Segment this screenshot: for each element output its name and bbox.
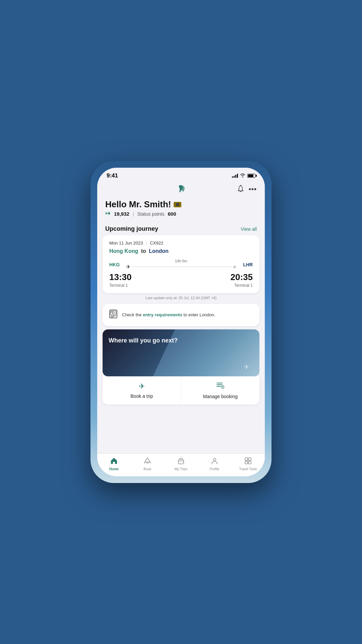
departure-block: 13:30 Terminal 1 bbox=[109, 272, 132, 288]
origin-terminal: Terminal 1 bbox=[109, 283, 132, 288]
promo-text: Where will you go next? bbox=[109, 337, 178, 344]
flight-progress: HKG 14h 0m ✈ LHR bbox=[109, 259, 253, 270]
svg-rect-18 bbox=[248, 458, 251, 461]
flight-meta: Mon 11 Jun 2023 CX922 bbox=[109, 240, 253, 246]
status-value: 600 bbox=[168, 211, 176, 217]
app-header: ••• bbox=[97, 181, 265, 196]
entry-req-text: Check the entry requirements to enter Lo… bbox=[122, 312, 215, 318]
flight-divider bbox=[146, 241, 146, 246]
flight-card[interactable]: Mon 11 Jun 2023 CX922 Hong Kong to Londo… bbox=[103, 235, 259, 293]
nav-label-travel-tools: Travel Tools bbox=[239, 467, 257, 471]
action-buttons: ✈ Book a trip Manage boo bbox=[103, 376, 259, 405]
promo-banner: Where will you go next? ✈ bbox=[103, 329, 259, 376]
section-header: Upcoming journey View all bbox=[97, 221, 265, 235]
more-options-icon[interactable]: ••• bbox=[249, 185, 257, 193]
bottom-nav: Home Book bbox=[97, 453, 265, 476]
greeting-section: Hello Mr. Smith! ⬛ 19,932 | Status point… bbox=[97, 196, 265, 221]
svg-rect-20 bbox=[248, 461, 251, 464]
manage-booking-icon bbox=[216, 382, 224, 391]
status-bar: 9:41 bbox=[97, 168, 265, 181]
flight-times: 13:30 Terminal 1 20:35 Terminal 1 bbox=[109, 272, 253, 288]
svg-point-16 bbox=[213, 458, 216, 461]
section-title: Upcoming journey bbox=[105, 225, 158, 232]
svg-rect-6 bbox=[111, 311, 113, 312]
points-divider: | bbox=[133, 211, 134, 217]
header-actions: ••• bbox=[237, 185, 257, 194]
nav-item-book[interactable]: Book bbox=[137, 457, 158, 471]
progress-bar: 14h 0m ✈ bbox=[126, 259, 236, 270]
greeting-text: Hello Mr. Smith! bbox=[105, 199, 171, 210]
book-trip-button[interactable]: ✈ Book a trip bbox=[103, 376, 181, 405]
arrival-block: 20:35 Terminal 1 bbox=[231, 272, 253, 288]
profile-icon bbox=[211, 457, 218, 466]
nav-label-profile: Profile bbox=[210, 467, 219, 471]
my-trips-icon bbox=[177, 457, 185, 466]
track-dot bbox=[233, 266, 236, 268]
book-trip-icon: ✈ bbox=[139, 382, 145, 391]
route-arrow: to bbox=[141, 248, 148, 254]
duration-label: 14h 0m bbox=[175, 259, 187, 263]
svg-rect-19 bbox=[245, 461, 248, 464]
battery-icon bbox=[247, 174, 255, 178]
wifi-icon bbox=[240, 173, 245, 178]
dest-terminal: Terminal 1 bbox=[231, 283, 253, 288]
scroll-content: Hello Mr. Smith! ⬛ 19,932 | Status point… bbox=[97, 196, 265, 453]
passport-icon bbox=[109, 309, 118, 321]
promo-plane-icon: ✈ bbox=[244, 363, 249, 371]
flight-route: Hong Kong to London bbox=[109, 248, 253, 254]
nav-item-home[interactable]: Home bbox=[104, 457, 124, 471]
last-update: Last update only at: 05 Jul, 12:34 (GMT … bbox=[97, 293, 265, 301]
status-icons bbox=[232, 173, 255, 178]
flight-number: CX922 bbox=[150, 240, 163, 246]
progress-track: ✈ bbox=[126, 264, 236, 270]
manage-booking-label: Manage booking bbox=[203, 394, 238, 399]
nav-label-my-trips: My Trips bbox=[175, 467, 187, 471]
book-icon bbox=[144, 457, 151, 466]
dest-code: LHR bbox=[236, 262, 253, 267]
membership-badge: ⬛ bbox=[174, 202, 181, 207]
dest-city: London bbox=[149, 248, 169, 254]
miles-icon bbox=[105, 211, 111, 217]
entry-text-before: Check the bbox=[122, 312, 142, 317]
miles-value: 19,932 bbox=[114, 211, 129, 217]
svg-rect-14 bbox=[178, 460, 184, 464]
book-trip-label: Book a trip bbox=[130, 393, 153, 399]
entry-requirements-card[interactable]: Check the entry requirements to enter Lo… bbox=[103, 304, 259, 326]
greeting-row: Hello Mr. Smith! ⬛ bbox=[105, 199, 257, 210]
points-row: 19,932 | Status points 600 bbox=[105, 211, 257, 217]
departure-time: 13:30 bbox=[109, 272, 132, 282]
home-icon bbox=[110, 457, 118, 466]
svg-rect-17 bbox=[245, 458, 248, 461]
notification-icon[interactable] bbox=[237, 185, 244, 194]
origin-city: Hong Kong bbox=[109, 248, 138, 254]
travel-tools-icon bbox=[244, 457, 252, 466]
signal-icon bbox=[232, 174, 238, 178]
svg-rect-2 bbox=[111, 311, 116, 315]
manage-booking-button[interactable]: Manage booking bbox=[181, 376, 260, 405]
status-time: 9:41 bbox=[107, 172, 118, 179]
arrival-time: 20:35 bbox=[231, 272, 253, 282]
track-line bbox=[132, 267, 232, 267]
nav-item-my-trips[interactable]: My Trips bbox=[171, 457, 191, 471]
entry-req-link[interactable]: entry requirements bbox=[143, 312, 182, 317]
nav-item-profile[interactable]: Profile bbox=[204, 457, 225, 471]
flight-progress-icon: ✈ bbox=[126, 264, 130, 270]
status-label: Status points bbox=[137, 211, 165, 217]
flight-date: Mon 11 Jun 2023 bbox=[109, 240, 143, 246]
nav-label-book: Book bbox=[144, 467, 152, 471]
svg-point-0 bbox=[240, 185, 241, 186]
origin-code: HKG bbox=[109, 262, 126, 267]
brand-logo bbox=[174, 184, 188, 195]
view-all-link[interactable]: View all bbox=[241, 226, 257, 232]
nav-label-home: Home bbox=[109, 467, 119, 471]
nav-item-travel-tools[interactable]: Travel Tools bbox=[238, 457, 258, 471]
entry-text-after: to enter London. bbox=[184, 312, 216, 317]
